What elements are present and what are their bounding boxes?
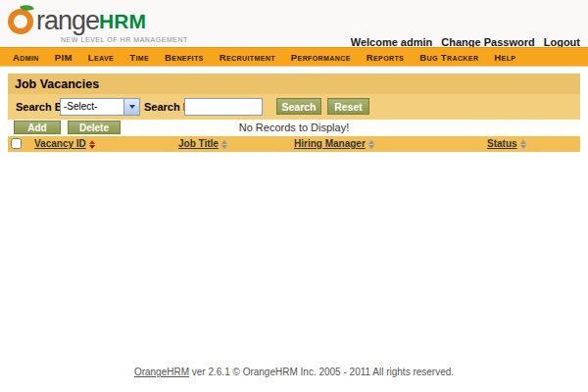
search-by-selected-value: -Select- [64, 101, 97, 112]
menu-item-admin[interactable]: Admin [13, 52, 39, 63]
menu-item-time[interactable]: Time [129, 52, 149, 63]
footer-brand-link[interactable]: OrangeHRM [134, 367, 189, 377]
menu-item-recruitment[interactable]: Recruitment [220, 52, 275, 63]
sort-icon-job-title[interactable] [221, 140, 227, 149]
table-header-row: Vacancy ID Job Title Hiring Manager Stat… [8, 136, 580, 152]
menu-item-benefits[interactable]: Benefits [165, 52, 204, 63]
footer-text: ver 2.6.1 © OrangeHRM Inc. 2005 - 2011 A… [189, 367, 454, 377]
column-link-status[interactable]: Status [487, 138, 517, 149]
brand-text-range: range [36, 8, 99, 33]
menu-item-reports[interactable]: Reports [367, 52, 404, 63]
orange-fruit-icon [8, 6, 35, 33]
logo-tagline: NEW LEVEL OF HR MANAGEMENT [61, 36, 188, 43]
menu-item-performance[interactable]: Performance [291, 52, 351, 63]
actions-row: Add Delete No Records to Display! [8, 120, 580, 136]
column-link-hiring-manager[interactable]: Hiring Manager [294, 138, 366, 149]
main-menu: Admin PIM Leave Time Benefits Recruitmen… [0, 47, 588, 67]
menu-item-leave[interactable]: Leave [88, 52, 114, 63]
select-all-checkbox[interactable] [11, 138, 22, 149]
orangehrm-logo: range HRM [8, 6, 146, 33]
search-button[interactable]: Search [276, 98, 321, 115]
menu-item-bug-tracker[interactable]: Bug Tracker [419, 52, 478, 63]
sort-icon-hiring-manager[interactable] [368, 140, 374, 149]
dropdown-arrow-icon[interactable] [123, 99, 139, 115]
column-header-hiring-manager: Hiring Manager [294, 138, 374, 149]
menu-item-pim[interactable]: PIM [55, 52, 73, 63]
column-link-vacancy-id[interactable]: Vacancy ID [34, 138, 86, 149]
sort-icon-vacancy-id[interactable] [89, 140, 95, 149]
reset-button[interactable]: Reset [327, 98, 369, 115]
search-by-select[interactable]: -Select- [60, 98, 140, 116]
search-for-input[interactable] [184, 98, 263, 116]
page-title: Job Vacancies [8, 74, 580, 94]
column-link-job-title[interactable]: Job Title [178, 138, 219, 149]
orangehrm-app: range HRM NEW LEVEL OF HR MANAGEMENT Wel… [0, 0, 588, 392]
footer: OrangeHRM ver 2.6.1 © OrangeHRM Inc. 200… [0, 367, 588, 377]
content-panel: Job Vacancies Search By: -Select- Search… [8, 74, 580, 152]
menu-item-help[interactable]: Help [494, 52, 515, 63]
sort-icon-status[interactable] [520, 140, 526, 149]
search-bar: Search By: -Select- Search For: Search R… [8, 94, 580, 120]
column-header-job-title: Job Title [178, 138, 227, 149]
brand-text-hrm: HRM [99, 10, 146, 33]
column-header-status: Status [487, 138, 526, 149]
empty-message: No Records to Display! [8, 122, 580, 133]
top-header: range HRM NEW LEVEL OF HR MANAGEMENT Wel… [0, 0, 588, 47]
column-header-vacancy-id: Vacancy ID [34, 138, 95, 149]
